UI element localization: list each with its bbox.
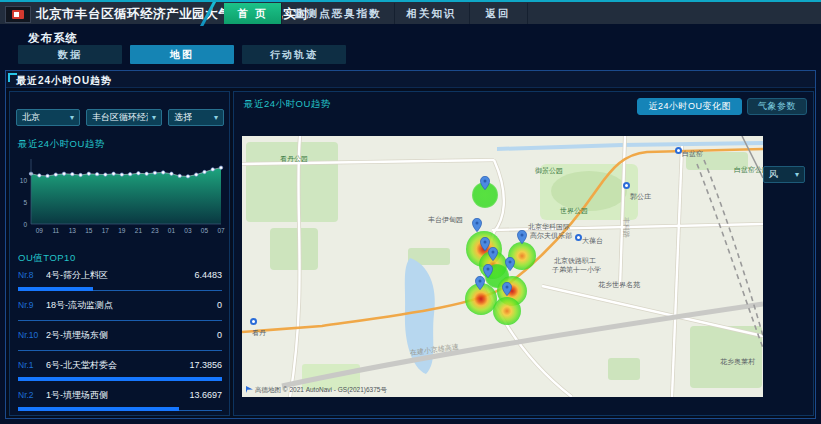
ou-value: 13.6697	[189, 390, 222, 400]
map-label: 花乡奥莱村	[720, 357, 755, 367]
section-header: 最近24小时OU趋势	[6, 71, 815, 88]
publish-tab-2[interactable]: 行动轨迹	[242, 45, 346, 64]
city-select[interactable]: 北京 ▾	[16, 109, 80, 126]
trend-chart-title: 最近24小时OU趋势	[18, 138, 105, 151]
trend-chart: 0510091113151719212301030507	[14, 152, 226, 240]
chevron-down-icon: ▾	[152, 113, 156, 122]
svg-text:17: 17	[102, 227, 110, 234]
value-bar	[18, 287, 222, 291]
ou-top10-list: Nr.84号-筛分上料区6.4483Nr.918号-流动监测点0Nr.102号-…	[18, 264, 222, 414]
nav-item-0[interactable]: 首 页	[224, 3, 282, 24]
point-name: 2号-填埋场东侧	[46, 329, 217, 342]
metro-station-icon	[250, 318, 257, 325]
publish-system-label: 发布系统	[28, 31, 78, 46]
publish-tab-0[interactable]: 数据	[18, 45, 122, 64]
map-pin-icon[interactable]	[502, 282, 512, 300]
top-list-item[interactable]: Nr.102号-填埋场东侧0	[18, 324, 222, 354]
ou-value: 17.3856	[189, 360, 222, 370]
svg-text:03: 03	[184, 227, 192, 234]
map-label: 世界公园	[560, 206, 588, 216]
svg-text:21: 21	[135, 227, 143, 234]
park-select-value: 丰台区循环经济产	[92, 111, 148, 124]
point-select-value: 选择	[174, 111, 192, 124]
publish-tab-1[interactable]: 地图	[130, 45, 234, 64]
ou-value: 0	[217, 300, 222, 310]
rank-label: Nr.1	[18, 360, 46, 370]
map-label: 高尔夫俱乐部	[530, 231, 572, 241]
ou-change-chart-button[interactable]: 近24小时OU变化图	[637, 98, 742, 115]
top-list-item[interactable]: Nr.21号-填埋场西侧13.6697	[18, 384, 222, 414]
metro-station-icon	[575, 234, 582, 241]
rank-label: Nr.8	[18, 270, 46, 280]
publish-tabs: 数据地图行动轨迹	[18, 45, 346, 64]
value-bar	[18, 407, 222, 411]
svg-text:15: 15	[85, 227, 93, 234]
weather-params-button[interactable]: 气象参数	[747, 98, 807, 115]
map-attribution: 高德地图 © 2021 AutoNavi - GS(2021)6375号	[246, 386, 387, 395]
dashboard: 北京市丰台区循环经济产业园大气恶臭状况实时 首 页监测点恶臭指数相关知识返回 发…	[0, 0, 821, 424]
map-pin-icon[interactable]	[517, 230, 527, 248]
svg-text:19: 19	[118, 227, 126, 234]
value-bar	[18, 317, 222, 321]
map-pin-icon[interactable]	[480, 176, 490, 194]
point-name: 4号-筛分上料区	[46, 269, 194, 282]
chevron-down-icon: ▾	[70, 113, 74, 122]
nav-item-1[interactable]: 监测点恶臭指数	[282, 3, 395, 24]
map-pin-icon[interactable]	[472, 218, 482, 236]
map-label: 白盆窑公园	[734, 165, 763, 175]
map-pin-icon[interactable]	[475, 276, 485, 294]
ou-value: 6.4483	[194, 270, 222, 280]
top-list-item[interactable]: Nr.16号-北天堂村委会17.3856	[18, 354, 222, 384]
app-logo	[5, 6, 31, 23]
filter-row: 北京 ▾ 丰台区循环经济产 ▾ 选择 ▾	[16, 109, 224, 126]
top-header: 北京市丰台区循环经济产业园大气恶臭状况实时 首 页监测点恶臭指数相关知识返回	[0, 0, 821, 24]
wind-layer-select[interactable]: 风 ▾	[763, 166, 805, 183]
nav-item-3[interactable]: 返回	[470, 3, 528, 24]
map-pin-icon[interactable]	[505, 257, 515, 275]
svg-text:09: 09	[36, 227, 44, 234]
top-list-item[interactable]: Nr.918号-流动监测点0	[18, 294, 222, 324]
map-panel: 最近24小时OU趋势 近24小时OU变化图 气象参数	[233, 91, 814, 416]
map-label: 看丹	[252, 328, 266, 338]
point-name: 1号-填埋场西侧	[46, 389, 189, 402]
map-canvas[interactable]: 高德地图 © 2021 AutoNavi - GS(2021)6375号 看丹公…	[242, 136, 763, 397]
amap-logo-icon	[246, 386, 253, 393]
svg-text:11: 11	[52, 227, 59, 234]
trend-chart-svg: 0510091113151719212301030507	[14, 152, 226, 240]
map-label: 看丹公园	[280, 154, 308, 164]
map-label: 大葆台	[582, 236, 603, 246]
point-select[interactable]: 选择 ▾	[168, 109, 224, 126]
section-title: 最近24小时OU趋势	[16, 74, 112, 88]
metro-station-icon	[675, 147, 682, 154]
svg-text:5: 5	[23, 199, 27, 206]
content-container: 最近24小时OU趋势 北京 ▾ 丰台区循环经济产 ▾ 选择 ▾ 最近24小时OU…	[5, 70, 816, 419]
sidebar-panel: 北京 ▾ 丰台区循环经济产 ▾ 选择 ▾ 最近24小时OU趋势 05100911…	[9, 91, 230, 416]
logo-icon	[12, 10, 24, 19]
map-panel-title: 最近24小时OU趋势	[244, 98, 331, 111]
top-list-item[interactable]: Nr.84号-筛分上料区6.4483	[18, 264, 222, 294]
map-label: 子弟第十一小学	[552, 265, 601, 275]
svg-text:05: 05	[201, 227, 209, 234]
map-label: 花乡世界名苑	[598, 280, 640, 290]
rank-label: Nr.9	[18, 300, 46, 310]
map-label: 白盆窑	[682, 149, 703, 159]
value-bar	[18, 377, 222, 381]
map-pin-icon[interactable]	[488, 247, 498, 265]
svg-text:01: 01	[168, 227, 176, 234]
map-label: 丰科路	[621, 217, 631, 238]
heatmap-blob-orange	[493, 297, 521, 325]
svg-text:07: 07	[217, 227, 225, 234]
map-panel-buttons: 近24小时OU变化图 气象参数	[637, 98, 807, 115]
main-nav: 首 页监测点恶臭指数相关知识返回	[224, 3, 528, 24]
chevron-down-icon: ▾	[214, 113, 218, 122]
park-select[interactable]: 丰台区循环经济产 ▾	[86, 109, 162, 126]
rank-label: Nr.10	[18, 330, 46, 340]
map-label: 郭公庄	[630, 192, 651, 202]
nav-item-2[interactable]: 相关知识	[395, 3, 470, 24]
wind-layer-value: 风	[769, 168, 778, 181]
city-select-value: 北京	[22, 111, 40, 124]
svg-text:13: 13	[69, 227, 77, 234]
value-bar	[18, 347, 222, 351]
point-name: 6号-北天堂村委会	[46, 359, 189, 372]
map-label: 丰台伊甸园	[428, 215, 463, 225]
